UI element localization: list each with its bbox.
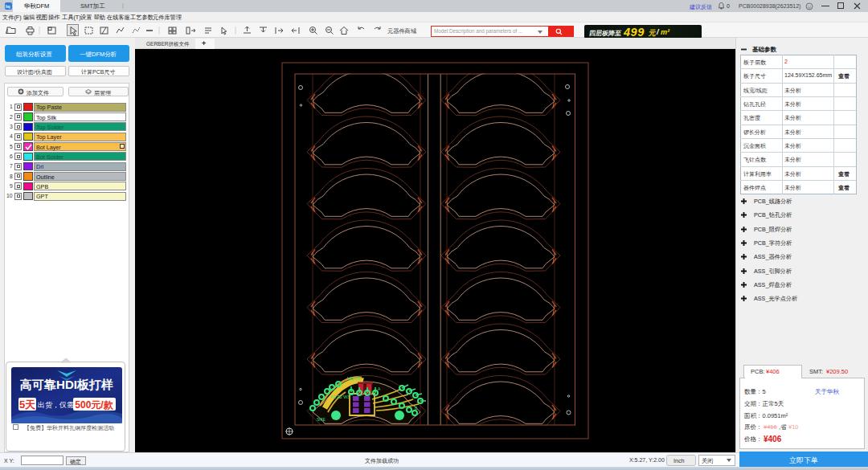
svg-text:出货，仅需: 出货，仅需 <box>38 401 74 409</box>
svg-text:5天: 5天 <box>18 398 35 411</box>
svg-text:K1 R2 W3: K1 R2 W3 <box>331 394 350 399</box>
svg-text:高可靠HDI板打样: 高可靠HDI板打样 <box>20 378 113 391</box>
svg-text:500元/款: 500元/款 <box>75 399 113 411</box>
svg-text:HQ-05: HQ-05 <box>347 376 360 381</box>
svg-text:SME: SME <box>317 417 326 422</box>
